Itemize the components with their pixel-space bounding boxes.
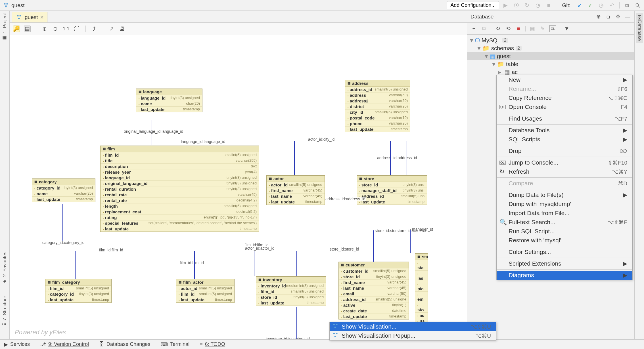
tree-row[interactable]: ▼▦ guest	[467, 52, 634, 60]
run-icon[interactable]: ▶	[502, 2, 509, 9]
svg-rect-0	[4, 3, 6, 4]
entity-actor[interactable]: ▦actor▪ actor_idsmallint(5) unsigned▪ fi…	[266, 175, 325, 205]
coverage-icon[interactable]: ↻	[524, 2, 530, 9]
minimize-icon[interactable]: —	[624, 13, 631, 20]
menu-item[interactable]: QLOpen ConsoleF4	[497, 102, 632, 112]
zoom-in-icon[interactable]: ⊕	[41, 26, 48, 32]
duplicate-icon[interactable]: ⧉	[481, 25, 488, 32]
menu-item[interactable]: Database Tools▶	[497, 126, 632, 135]
diagram-canvas[interactable]: Powered by yFiles ▦language▪ language_id…	[10, 35, 467, 339]
entity-language[interactable]: ▦language▪ language_idtinyint(3) unsigne…	[136, 89, 202, 112]
key-columns-icon[interactable]: 🔑	[13, 26, 20, 32]
menu-item[interactable]: Restore with 'mysql'	[497, 236, 632, 245]
svg-rect-11	[336, 333, 338, 334]
gear-icon[interactable]: ⚙	[614, 13, 621, 20]
menu-item[interactable]: Diagrams▶	[497, 271, 632, 280]
structure-tool-tab[interactable]: ⠿7: Structure	[2, 296, 8, 326]
git-update-icon[interactable]: ↙	[576, 2, 583, 9]
menu-item[interactable]: Scripted Extensions▶	[497, 259, 632, 268]
relation-label: manager_st	[411, 227, 434, 232]
relation-label: film_id:film_id	[244, 243, 269, 247]
svg-rect-12	[334, 336, 336, 337]
bottom-bar: ▶Services ⎇9: Version Control 🗄Database …	[0, 339, 644, 349]
add-icon[interactable]: +	[471, 25, 477, 32]
print-icon[interactable]: 🖶	[119, 26, 126, 32]
run-toolbar: ▶ ⦿ ↻ ◔ ■ Git: ↙ ✓ ◷ ↶ ⧉	[502, 2, 641, 9]
stop-icon[interactable]: ■	[515, 25, 522, 32]
entity-inventory[interactable]: ▦inventory▪ inventory_idmediumint(8) uns…	[256, 276, 326, 306]
sync-icon[interactable]: ⟲	[505, 25, 512, 32]
fit-content-icon[interactable]: ⛶	[74, 26, 80, 32]
table-icon[interactable]: ▦	[529, 25, 536, 32]
target-icon[interactable]: ⊕	[595, 13, 602, 20]
tree-row[interactable]: ▼📁 table	[467, 60, 634, 68]
debug-icon[interactable]: ⦿	[513, 2, 520, 9]
terminal-tab[interactable]: ⌨Terminal	[160, 341, 189, 348]
entity-customer[interactable]: ▦customer▪ customer_idsmallint(5) unsign…	[338, 262, 409, 319]
entity-film_actor[interactable]: ▦film_actor▪ actor_idsmallint(5) unsigne…	[176, 279, 235, 303]
entity-address[interactable]: ▦address▪ address_idsmallint(5) unsigned…	[345, 80, 410, 132]
menu-item[interactable]: Dump Data to File(s)▶	[497, 190, 632, 199]
menu-item: Compare⌘D	[497, 179, 632, 188]
diagrams-submenu: Show Visualisation...⌥⇧⌘UShow Visualisat…	[329, 322, 496, 340]
submenu-item[interactable]: Show Visualisation...⌥⇧⌘U	[330, 322, 496, 331]
entity-category[interactable]: ▦category▪ category_idtinyint(3) unsigne…	[32, 178, 95, 202]
split-icon[interactable]: ⫏	[605, 13, 612, 20]
profile-icon[interactable]: ◔	[534, 2, 541, 9]
diagram-icon	[16, 14, 22, 21]
project-tool-tab[interactable]: ▣1: Project	[2, 13, 8, 41]
close-icon[interactable]: ✕	[40, 15, 44, 20]
panel-title: Database	[471, 14, 494, 20]
tree-row[interactable]: ▼⛁ MySQL 2	[467, 36, 634, 44]
add-configuration-button[interactable]: Add Configuration...	[447, 1, 499, 9]
menu-item[interactable]: Run SQL Script...	[497, 227, 632, 236]
filter-icon[interactable]: ▼	[563, 25, 570, 32]
git-history-icon[interactable]: ◷	[598, 2, 605, 9]
menu-item[interactable]: 🔍Full-text Search...⌥⇧⌘F	[497, 218, 632, 227]
git-commit-icon[interactable]: ✓	[587, 2, 594, 9]
submenu-item[interactable]: Show Visualisation Popup...⌥⌘U	[330, 331, 496, 340]
menu-item[interactable]: Drop⌦	[497, 146, 632, 155]
menu-item[interactable]: Dump with 'mysqldump'	[497, 199, 632, 209]
diagram-toolbar: 🔑 ▤ ⊕ ⊖ 1:1 ⛶ ⤴ ↗ 🖶	[10, 23, 467, 35]
menu-item[interactable]: New▶	[497, 75, 632, 84]
export-icon[interactable]: ↗	[108, 26, 115, 32]
edit-icon[interactable]: ✎	[539, 25, 546, 32]
search-everywhere-icon[interactable]: ⧉	[624, 2, 630, 9]
console-icon[interactable]: QL	[549, 25, 556, 32]
refresh-icon[interactable]: ↻	[495, 25, 501, 32]
svg-rect-10	[333, 333, 335, 334]
svg-rect-8	[336, 324, 338, 325]
tree-row[interactable]: ▼📁 schemas 2	[467, 44, 634, 52]
entity-store[interactable]: ▦store▪ store_idtinyint(3) unsi▪ manager…	[357, 175, 427, 205]
menu-item[interactable]: ↻Refresh⌥⌘Y	[497, 167, 632, 176]
entity-film[interactable]: ▦film▪ film_idsmallint(5) unsigned▪ titl…	[100, 146, 259, 232]
editor-tabs: guest ✕	[10, 11, 467, 23]
menu-item[interactable]: SQL Scripts▶	[497, 135, 632, 144]
version-control-tab[interactable]: ⎇9: Version Control	[40, 341, 89, 348]
menu-item[interactable]: Copy Reference⌥⇧⌘C	[497, 93, 632, 102]
menu-item[interactable]: Color Settings...	[497, 247, 632, 257]
table-view-icon[interactable]: ▤	[24, 26, 31, 32]
layout-icon[interactable]: ⤴	[91, 26, 98, 32]
tab-guest[interactable]: guest ✕	[12, 12, 47, 22]
breadcrumb-text: guest	[11, 2, 24, 9]
relation-label: address_id:address_id	[377, 155, 418, 160]
top-bar: guest Add Configuration... ▶ ⦿ ↻ ◔ ■ Git…	[0, 0, 644, 11]
menu-item[interactable]: Find Usages⌥F7	[497, 114, 632, 123]
entity-film_category[interactable]: ▦film_category▪ film_idsmallint(5) unsig…	[45, 279, 112, 303]
search-icon[interactable]	[634, 2, 641, 9]
db-changes-tab[interactable]: 🗄Database Changes	[99, 341, 150, 347]
menu-item[interactable]: Import Data from File...	[497, 209, 632, 218]
stop-icon[interactable]: ■	[545, 2, 552, 9]
zoom-fit-button[interactable]: 1:1	[63, 26, 70, 32]
tab-label: guest	[25, 14, 38, 20]
database-tool-tab[interactable]: 🗄Database	[636, 13, 643, 43]
git-rollback-icon[interactable]: ↶	[609, 2, 615, 9]
services-tab[interactable]: ▶Services	[4, 341, 30, 348]
breadcrumb[interactable]: guest	[3, 2, 24, 9]
favorites-tool-tab[interactable]: ★2: Favorites	[2, 252, 8, 284]
zoom-out-icon[interactable]: ⊖	[52, 26, 59, 32]
menu-item[interactable]: QLJump to Console...⇧⌘F10	[497, 158, 632, 167]
todo-tab[interactable]: ≡6: TODO	[200, 341, 225, 347]
